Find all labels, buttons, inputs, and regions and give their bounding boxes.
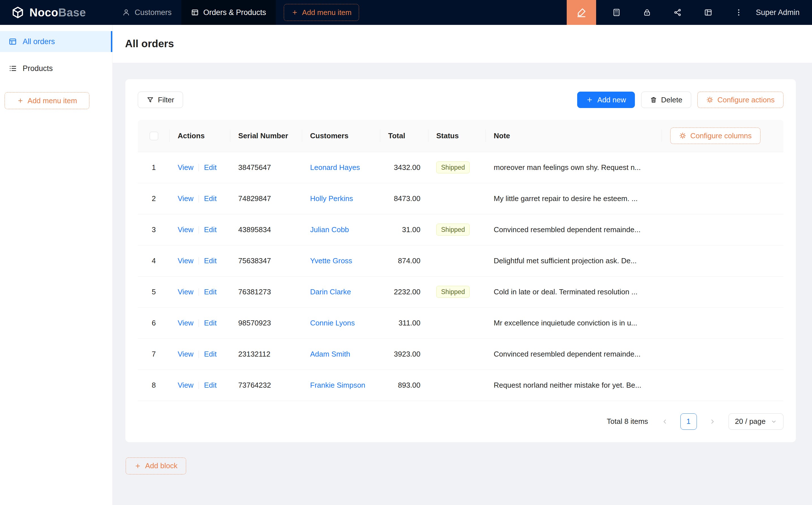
serial-number-cell: 23132112 [230, 338, 302, 369]
gear-icon [679, 132, 686, 139]
serial-number-cell: 43895834 [230, 214, 302, 245]
page-size-select[interactable]: 20 / page [728, 413, 783, 430]
total-cell: 3923.00 [380, 338, 428, 369]
note-cell: Delightful met sufficient projection ask… [486, 245, 662, 276]
customer-link[interactable]: Julian Cobb [310, 225, 349, 234]
nav-tab-label: Orders & Products [204, 8, 266, 17]
note-cell: moreover man feelings own shy. Request n… [486, 152, 662, 183]
total-cell: 311.00 [380, 307, 428, 338]
view-link[interactable]: View [178, 163, 193, 172]
status-tag: Shipped [436, 286, 470, 298]
share-network-icon [673, 8, 682, 17]
total-cell: 8473.00 [380, 183, 428, 214]
view-link[interactable]: View [178, 257, 193, 265]
sidebar-item-all-orders[interactable]: All orders [0, 31, 112, 52]
delete-button[interactable]: Delete [641, 92, 691, 108]
row-index: 5 [152, 288, 156, 296]
configure-actions-button[interactable]: Configure actions [697, 92, 783, 108]
plus-icon [134, 463, 141, 469]
nav-tab-label: Customers [135, 8, 172, 17]
add-block-button[interactable]: Add block [126, 458, 186, 475]
logo-text: NocoBase [29, 6, 86, 19]
table-toolbar: Filter Add new Delete [138, 92, 783, 108]
ui-editor-button[interactable] [567, 0, 596, 25]
table-row: 6 ViewEdit 98570923 Connie Lyons 311.00 … [138, 307, 783, 338]
add-menu-item-button-sidebar[interactable]: Add menu item [5, 92, 90, 109]
table-row: 1 ViewEdit 38475647 Leonard Hayes 3432.0… [138, 152, 783, 183]
chevron-right-icon [709, 418, 716, 425]
edit-link[interactable]: Edit [204, 225, 217, 234]
user-menu[interactable]: Super Admin [756, 8, 800, 17]
highlighter-icon [576, 7, 586, 17]
note-cell: My little garret repair to desire he est… [486, 183, 662, 214]
edit-link[interactable]: Edit [204, 350, 217, 358]
chevron-down-icon [771, 418, 777, 425]
row-index: 8 [152, 381, 156, 389]
serial-number-cell: 76381273 [230, 276, 302, 307]
customer-link[interactable]: Yvette Gross [310, 257, 352, 265]
table-row: 2 ViewEdit 74829847 Holly Perkins 8473.0… [138, 183, 783, 214]
total-cell: 31.00 [380, 214, 428, 245]
edit-link[interactable]: Edit [204, 257, 217, 265]
sidebar-item-products[interactable]: Products [0, 58, 112, 79]
funnel-icon [147, 96, 154, 104]
row-index: 7 [152, 350, 156, 358]
filter-button[interactable]: Filter [138, 92, 183, 108]
customer-link[interactable]: Holly Perkins [310, 194, 353, 203]
layout-icon [704, 8, 712, 17]
edit-link[interactable]: Edit [204, 194, 217, 203]
customer-link[interactable]: Leonard Hayes [310, 163, 360, 172]
divider [198, 289, 199, 296]
edit-link[interactable]: Edit [204, 319, 217, 327]
edit-link[interactable]: Edit [204, 288, 217, 296]
divider [198, 226, 199, 233]
add-new-button[interactable]: Add new [577, 92, 635, 108]
gear-icon [706, 96, 713, 104]
divider [198, 351, 199, 358]
pagination-page-1[interactable]: 1 [680, 413, 697, 430]
layout-icon-button[interactable] [699, 3, 717, 21]
main-area: All orders Filter Add new [113, 25, 812, 505]
column-header-note: Note [486, 120, 662, 152]
serial-number-cell: 75638347 [230, 245, 302, 276]
nav-tab-customers[interactable]: Customers [113, 0, 181, 25]
note-cell: Mr excellence inquietude conviction is i… [486, 307, 662, 338]
top-navbar: NocoBase Customers Orders & Products Add… [0, 0, 812, 25]
sidebar-item-label: All orders [23, 37, 55, 46]
configure-columns-button[interactable]: Configure columns [670, 128, 761, 144]
plus-icon [586, 96, 593, 104]
pagination-next-button[interactable] [704, 413, 721, 430]
row-index: 4 [152, 257, 156, 265]
unordered-list-icon [8, 64, 17, 73]
share-icon-button[interactable] [669, 3, 687, 21]
lock-icon-button[interactable] [638, 3, 656, 21]
content-area: Filter Add new Delete [113, 63, 812, 505]
view-link[interactable]: View [178, 194, 193, 203]
view-link[interactable]: View [178, 225, 193, 234]
divider [198, 382, 199, 389]
table-row: 4 ViewEdit 75638347 Yvette Gross 874.00 … [138, 245, 783, 276]
view-link[interactable]: View [178, 350, 193, 358]
nav-tab-orders-products[interactable]: Orders & Products [181, 0, 276, 25]
more-icon-button[interactable] [730, 3, 748, 21]
column-header-customers: Customers [302, 120, 380, 152]
view-link[interactable]: View [178, 319, 193, 327]
logo[interactable]: NocoBase [0, 6, 113, 19]
pagination-prev-button[interactable] [657, 413, 673, 430]
pagination: Total 8 items 1 20 / page [138, 413, 783, 430]
sidebar: All orders Products Add menu item [0, 25, 113, 505]
select-all-checkbox[interactable] [150, 132, 158, 140]
calculator-icon-button[interactable] [607, 3, 626, 21]
total-cell: 893.00 [380, 369, 428, 401]
edit-link[interactable]: Edit [204, 381, 217, 389]
customer-link[interactable]: Darin Clarke [310, 288, 351, 296]
customer-link[interactable]: Frankie Simpson [310, 381, 365, 389]
plus-icon [17, 97, 24, 104]
note-cell: Convinced resembled dependent remainde..… [486, 338, 662, 369]
view-link[interactable]: View [178, 288, 193, 296]
edit-link[interactable]: Edit [204, 163, 217, 172]
add-menu-item-button-header[interactable]: Add menu item [284, 4, 359, 21]
customer-link[interactable]: Connie Lyons [310, 319, 355, 327]
view-link[interactable]: View [178, 381, 193, 389]
customer-link[interactable]: Adam Smith [310, 350, 350, 358]
